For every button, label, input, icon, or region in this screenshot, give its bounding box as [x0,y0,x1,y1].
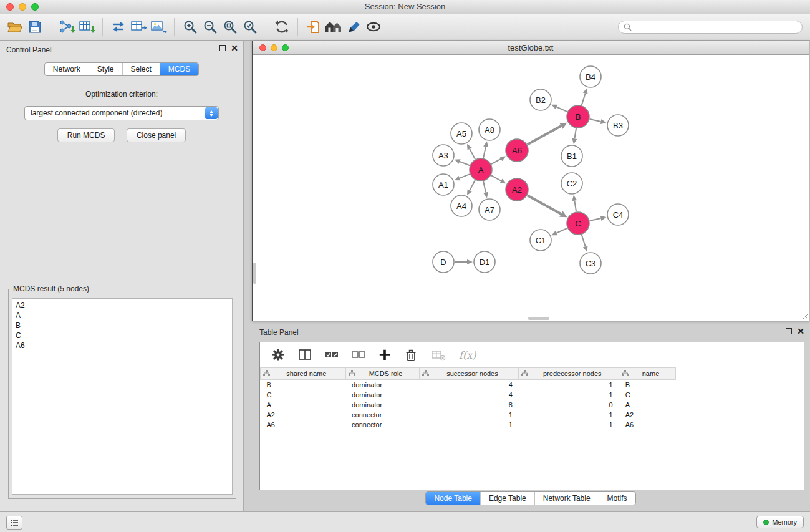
column-header-successor-nodes[interactable]: successor nodes [419,368,519,380]
table-cell[interactable]: 1 [519,390,619,400]
table-cell[interactable]: B [261,380,346,390]
table-row[interactable]: A6connector11A6 [261,420,804,430]
table-cell[interactable]: A6 [619,420,676,430]
resize-handle[interactable] [801,312,808,320]
mcds-result-item[interactable]: B [16,321,229,331]
graph-node-C3[interactable]: C3 [580,253,601,274]
graph-edge-A6-B[interactable] [528,126,561,145]
sort-icon[interactable] [422,370,429,377]
table-cell[interactable]: 8 [419,400,519,410]
table-cell[interactable]: 4 [419,380,519,390]
mcds-result-item[interactable]: A2 [16,301,229,311]
column-header-name[interactable]: name [619,368,676,380]
graph-edge-A2-C[interactable] [528,195,561,214]
sort-icon[interactable] [622,370,629,377]
graph-node-A5[interactable]: A5 [451,123,472,144]
graph-edge-A-A6[interactable] [491,159,501,164]
table-row[interactable]: Bdominator41B [261,380,804,390]
graph-node-A7[interactable]: A7 [479,199,500,220]
table-cell[interactable]: 1 [419,420,519,430]
search-box[interactable] [618,21,803,34]
table-cell[interactable]: A6 [261,420,346,430]
table-cell[interactable]: 4 [419,390,519,400]
graph-node-B4[interactable]: B4 [580,66,601,87]
graph-edge-B-B4[interactable] [582,94,586,105]
float-panel-button[interactable] [219,45,226,51]
table-cell[interactable]: A [261,400,346,410]
column-header-predecessor-nodes[interactable]: predecessor nodes [519,368,619,380]
task-history-button[interactable] [6,516,22,530]
graph-node-B3[interactable]: B3 [607,115,629,136]
graph-node-A1[interactable]: A1 [433,174,454,195]
delete-column-button[interactable] [404,348,418,362]
graph-edge-A-A5[interactable] [470,149,475,160]
save-session-button[interactable] [25,17,45,37]
graph-edge-C-C3[interactable] [582,235,586,246]
graph-node-C[interactable]: C [567,212,589,235]
table-cell[interactable]: A2 [619,410,676,420]
export-table-button[interactable] [128,17,148,37]
column-header-shared-name[interactable]: shared name [261,368,346,380]
export-image-button[interactable] [148,17,168,37]
minimize-window-button[interactable] [19,3,26,11]
table-cell[interactable]: A2 [261,410,346,420]
graph-edge-A-A1[interactable] [460,174,470,178]
import-network-button[interactable] [57,17,77,37]
table-cell[interactable]: dominator [345,400,419,410]
zoom-in-button[interactable] [180,17,200,37]
file-import-button[interactable] [304,17,324,37]
table-cell[interactable]: C [619,390,676,400]
mcds-result-item[interactable]: A6 [16,341,229,351]
table-cell[interactable]: 1 [519,380,619,390]
select-all-columns-button[interactable] [325,351,339,359]
mcds-result-item[interactable]: A [16,311,229,321]
network-zoom-button[interactable] [282,44,289,51]
search-input[interactable] [635,22,797,32]
graph-edge-B-B2[interactable] [557,107,567,112]
table-cell[interactable]: dominator [345,390,419,400]
tab-node-table[interactable]: Node Table [426,492,480,505]
graph-edge-A-A4[interactable] [470,180,475,191]
import-table-button[interactable] [77,17,97,37]
graph-edge-A-A3[interactable] [460,162,470,165]
table-cell[interactable]: 1 [419,410,519,420]
table-cell[interactable]: 1 [519,420,619,430]
graph-edge-A-A2[interactable] [491,175,501,181]
tab-edge-table[interactable]: Edge Table [480,492,534,505]
show-hide-button[interactable] [364,17,383,37]
add-column-button[interactable] [378,349,391,361]
table-settings-button[interactable] [271,348,285,362]
network-minimize-button[interactable] [271,44,277,51]
graph-node-D[interactable]: D [433,251,454,273]
horizontal-scrollbar[interactable] [528,317,549,320]
vertical-scrollbar[interactable] [253,263,256,284]
table-row[interactable]: Cdominator41C [261,390,804,400]
network-window-titlebar[interactable]: testGlobe.txt [253,41,809,55]
zoom-out-button[interactable] [200,17,220,37]
criterion-dropdown[interactable]: largest connected component (directed) [24,106,219,120]
table-cell[interactable]: 0 [519,400,619,410]
graph-edge-A-A7[interactable] [483,181,486,193]
close-window-button[interactable] [6,3,14,11]
table-cell[interactable]: B [619,380,676,390]
zoom-selected-button[interactable] [240,17,260,37]
network-canvas[interactable]: B4B2BB3A5A8A6B1A3AC2A1A2A4A7CC4C1C3DD1 [253,55,809,321]
graph-node-B2[interactable]: B2 [530,89,551,110]
table-cell[interactable]: C [261,390,346,400]
close-panel-button[interactable]: ✕ [231,45,238,51]
close-panel-button-2[interactable]: Close panel [127,128,186,142]
zoom-window-button[interactable] [31,3,39,11]
sort-icon[interactable] [521,370,528,377]
run-mcds-button[interactable]: Run MCDS [57,128,115,142]
graph-node-A2[interactable]: A2 [506,178,528,201]
graph-node-A3[interactable]: A3 [433,145,454,166]
tab-network-table[interactable]: Network Table [534,492,599,505]
close-table-panel-button[interactable]: ✕ [797,328,804,334]
tab-motifs[interactable]: Motifs [599,492,635,505]
memory-button[interactable]: Memory [756,516,804,528]
deselect-all-columns-button[interactable] [352,351,365,359]
table-row[interactable]: Adominator80A [261,400,804,410]
column-header-MCDS-role[interactable]: MCDS role [345,368,419,380]
graph-node-C2[interactable]: C2 [561,173,582,194]
float-table-panel-button[interactable] [786,328,792,334]
